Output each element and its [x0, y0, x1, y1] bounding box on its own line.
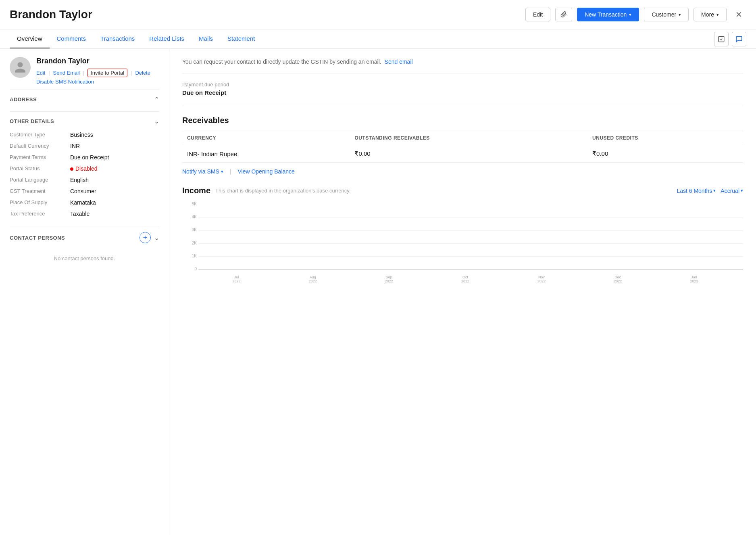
- receivables-unused-cell: ₹0.00: [587, 145, 743, 163]
- detail-row-default-currency: Default Currency INR: [10, 140, 159, 152]
- profile-section: Brandon Taylor Edit | Send Email | Invit…: [10, 57, 159, 85]
- chart-y-label-0: 0: [182, 267, 197, 271]
- customer-button[interactable]: Customer: [644, 8, 689, 21]
- tab-statement[interactable]: Statement: [220, 29, 262, 48]
- receivables-actions: Notify via SMS | View Opening Balance: [182, 168, 743, 175]
- svg-text:2022: 2022: [309, 279, 317, 282]
- profile-send-email-link[interactable]: Send Email: [53, 70, 80, 76]
- no-contact-message: No contact persons found.: [10, 247, 159, 265]
- detail-fields: Customer Type Business Default Currency …: [10, 129, 159, 224]
- detail-row-payment-terms: Payment Terms Due on Receipt: [10, 152, 159, 163]
- svg-text:2022: 2022: [385, 279, 393, 282]
- income-section: Income This chart is displayed in the or…: [182, 186, 743, 282]
- gst-treatment-value: Consumer: [70, 188, 96, 194]
- income-period-filter[interactable]: Last 6 Months: [677, 188, 716, 194]
- checklist-icon-button[interactable]: [714, 32, 729, 46]
- svg-text:Aug: Aug: [310, 275, 316, 279]
- chat-icon-button[interactable]: [732, 32, 746, 46]
- user-icon: [14, 61, 27, 74]
- profile-delete-link[interactable]: Delete: [135, 70, 150, 76]
- close-button[interactable]: ✕: [731, 7, 746, 22]
- chart-y-label-3k: 3K: [182, 228, 197, 232]
- edit-button[interactable]: Edit: [525, 8, 550, 21]
- profile-invite-portal-link[interactable]: Invite to Portal: [87, 69, 127, 77]
- header: Brandon Taylor Edit New Transaction Cust…: [0, 0, 756, 29]
- left-panel: Brandon Taylor Edit | Send Email | Invit…: [0, 49, 169, 535]
- gstin-notice: You can request your contact to directly…: [182, 59, 743, 73]
- profile-edit-link[interactable]: Edit: [36, 70, 45, 76]
- portal-status-value: Disabled: [70, 165, 97, 172]
- page-title: Brandon Taylor: [10, 8, 521, 21]
- tab-transactions[interactable]: Transactions: [93, 29, 142, 48]
- receivables-outstanding-cell: ₹0.00: [350, 145, 587, 163]
- income-chart: 0 1K 2K 3K 4K 5K: [182, 202, 743, 282]
- svg-text:2022: 2022: [233, 279, 241, 282]
- svg-text:Jul: Jul: [234, 275, 239, 279]
- income-title: Income: [182, 186, 210, 195]
- detail-row-place-of-supply: Place Of Supply Karnataka: [10, 197, 159, 208]
- disable-sms-link[interactable]: Disable SMS Notification: [36, 79, 159, 85]
- income-method-filter[interactable]: Accrual: [721, 188, 743, 194]
- income-subtitle: This chart is displayed in the organizat…: [215, 188, 672, 194]
- svg-text:2022: 2022: [537, 279, 546, 282]
- right-panel: You can request your contact to directly…: [169, 49, 756, 535]
- income-header: Income This chart is displayed in the or…: [182, 186, 743, 195]
- contact-persons-chevron-icon[interactable]: ⌄: [154, 234, 159, 242]
- svg-text:Oct: Oct: [462, 275, 469, 279]
- tab-mails[interactable]: Mails: [192, 29, 220, 48]
- payment-due-section: Payment due period Due on Receipt: [182, 82, 743, 106]
- attachment-button[interactable]: [555, 8, 572, 21]
- address-section-header: ADDRESS ⌃: [10, 90, 159, 107]
- svg-text:Sep: Sep: [386, 275, 392, 279]
- customer-type-value: Business: [70, 132, 93, 138]
- default-currency-value: INR: [70, 143, 80, 149]
- payment-terms-value: Due on Receipt: [70, 154, 109, 161]
- receivables-section: Receivables CURRENCY OUTSTANDING RECEIVA…: [182, 116, 743, 175]
- receivables-col-unused: UNUSED CREDITS: [587, 131, 743, 145]
- place-of-supply-value: Karnataka: [70, 199, 96, 206]
- chat-icon: [735, 36, 743, 43]
- detail-row-customer-type: Customer Type Business: [10, 129, 159, 140]
- contact-persons-title: CONTACT PERSONS: [10, 235, 65, 241]
- avatar: [10, 57, 31, 78]
- tab-comments[interactable]: Comments: [50, 29, 94, 48]
- main-layout: Brandon Taylor Edit | Send Email | Invit…: [0, 49, 756, 535]
- svg-text:2022: 2022: [461, 279, 469, 282]
- chart-y-label-2k: 2K: [182, 241, 197, 245]
- chart-y-label-5k: 5K: [182, 202, 197, 206]
- tax-preference-value: Taxable: [70, 211, 90, 217]
- receivables-col-outstanding: OUTSTANDING RECEIVABLES: [350, 131, 587, 145]
- more-button[interactable]: More: [694, 8, 727, 21]
- notify-via-sms-button[interactable]: Notify via SMS: [182, 168, 223, 175]
- payment-due-label: Payment due period: [182, 82, 743, 88]
- tab-related-lists[interactable]: Related Lists: [142, 29, 192, 48]
- nav-tabs: Overview Comments Transactions Related L…: [0, 29, 756, 49]
- send-email-gstin-link[interactable]: Send email: [385, 59, 413, 65]
- receivables-table: CURRENCY OUTSTANDING RECEIVABLES UNUSED …: [182, 131, 743, 163]
- tab-overview[interactable]: Overview: [10, 29, 50, 48]
- disabled-dot-icon: [70, 167, 73, 171]
- svg-text:Dec: Dec: [614, 275, 621, 279]
- receivables-col-currency: CURRENCY: [182, 131, 350, 145]
- detail-row-portal-language: Portal Language English: [10, 174, 159, 186]
- chart-y-label-1k: 1K: [182, 254, 197, 258]
- svg-text:Jan: Jan: [691, 275, 697, 279]
- address-chevron-icon[interactable]: ⌃: [154, 96, 159, 103]
- receivables-title: Receivables: [182, 116, 743, 125]
- chart-svg: Jul 2022 Aug 2022 Sep 2022 Oct 2022 Nov …: [198, 202, 743, 282]
- view-opening-balance-link[interactable]: View Opening Balance: [237, 168, 294, 175]
- svg-text:Nov: Nov: [538, 275, 545, 279]
- chart-y-axis: 0 1K 2K 3K 4K 5K: [182, 202, 197, 271]
- other-details-chevron-icon[interactable]: ⌄: [154, 117, 159, 125]
- portal-language-value: English: [70, 177, 89, 183]
- profile-actions: Edit | Send Email | Invite to Portal | D…: [36, 69, 159, 77]
- attachment-icon: [560, 11, 567, 18]
- receivables-currency-cell: INR- Indian Rupee: [182, 145, 350, 163]
- detail-row-portal-status: Portal Status Disabled: [10, 163, 159, 174]
- svg-text:2023: 2023: [690, 279, 698, 282]
- add-contact-person-button[interactable]: +: [140, 232, 151, 243]
- new-transaction-button[interactable]: New Transaction: [577, 8, 639, 21]
- detail-row-gst-treatment: GST Treatment Consumer: [10, 186, 159, 197]
- detail-row-tax-preference: Tax Preference Taxable: [10, 208, 159, 219]
- chart-y-label-4k: 4K: [182, 215, 197, 219]
